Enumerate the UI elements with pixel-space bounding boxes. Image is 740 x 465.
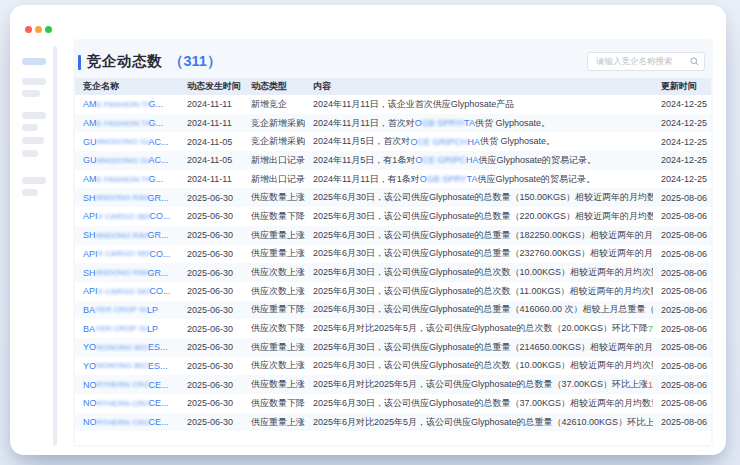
event-time-cell: 2025-06-30 (179, 324, 243, 334)
update-time-cell: 2025-08-06 (653, 268, 711, 278)
sidebar-item-active[interactable] (22, 58, 46, 65)
update-time-cell: 2024-12-25 (653, 174, 711, 184)
event-type-cell: 供应数量上涨 (243, 378, 305, 391)
company-name-link[interactable]: SHANDONG RAINBOW GR... (75, 193, 179, 203)
table-row[interactable]: AME FASHION TRADING G...2024-11-11竞企新增采购… (75, 114, 711, 133)
company-name-link[interactable]: BAYER CROP SCIENCE LP (75, 324, 179, 334)
update-time-cell: 2024-12-25 (653, 99, 711, 109)
table-row[interactable]: SHANDONG RAINBOW GR...2025-06-30供应数量上涨20… (75, 188, 711, 207)
table-row[interactable]: YONGNONG BIOSCIENCE ES...2025-06-30供应次数上… (75, 357, 711, 376)
table-row[interactable]: BAYER CROP SCIENCE LP2025-06-30供应次数下降202… (75, 319, 711, 338)
company-name-link[interactable]: NORTHERN CROPSCIENCE CE... (75, 417, 179, 427)
update-time-cell: 2024-12-25 (653, 155, 711, 165)
update-time-cell: 2025-08-06 (653, 398, 711, 408)
table-row[interactable]: APIX CARGO SERVICE CO...2025-06-30供应数量下降… (75, 207, 711, 226)
table-row[interactable]: BAYER CROP SCIENCE LP2025-06-30供应重量下降202… (75, 301, 711, 320)
company-name-link[interactable]: BAYER CROP SCIENCE LP (75, 305, 179, 315)
column-header: 更新时间 (653, 80, 711, 93)
table-row[interactable]: GUANGDONG GALANT AC...2024-11-05竞企新增采购商2… (75, 132, 711, 151)
company-name-link[interactable]: AME FASHION TRADING G... (75, 99, 179, 109)
search-icon[interactable] (690, 57, 699, 66)
company-name-link[interactable]: GUANGDONG GALANT AC... (75, 155, 179, 165)
column-header: 内容 (305, 80, 653, 93)
event-time-cell: 2025-06-30 (179, 193, 243, 203)
sidebar-item[interactable] (22, 137, 44, 144)
event-type-cell: 供应次数下降 (243, 322, 305, 335)
event-type-cell: 供应重量上涨 (243, 247, 305, 260)
event-time-cell: 2025-06-30 (179, 342, 243, 352)
company-name-link[interactable]: AME FASHION TRADING G... (75, 118, 179, 128)
column-header: 动态发生时间 (179, 80, 243, 93)
sidebar-item[interactable] (22, 78, 46, 85)
table-row[interactable]: YONGNONG BIOSCIENCE ES...2025-06-30供应重量上… (75, 338, 711, 357)
company-name-link[interactable]: APIX CARGO SERVICE CO... (75, 211, 179, 221)
update-time-cell: 2025-08-06 (653, 361, 711, 371)
table-row[interactable]: APIX CARGO SERVICE CO...2025-06-30供应重量上涨… (75, 245, 711, 264)
company-name-link[interactable]: SHANDONG RAINBOW GR... (75, 268, 179, 278)
content-cell: 2024年11月5日，有1条对OCE GRIPCHA供应Glyphosate的贸… (305, 154, 653, 167)
search-input[interactable]: 请输入竞企名称搜索 (587, 52, 705, 71)
close-window-icon[interactable] (25, 26, 32, 33)
table-body: AME FASHION TRADING G...2024-11-11新增竞企20… (75, 95, 711, 445)
column-header: 动态类型 (243, 80, 305, 93)
table-row[interactable]: NORTHERN CROPSCIENCE CE...2025-06-30供应数量… (75, 375, 711, 394)
page-title-count: （311） (169, 52, 221, 71)
content-cell: 2025年6月30日，该公司供应Glyphosate的总重量（416060.00… (305, 303, 653, 316)
event-time-cell: 2025-06-30 (179, 230, 243, 240)
sidebar-item[interactable] (22, 112, 46, 119)
event-type-cell: 新增竞企 (243, 98, 305, 111)
content-cell: 2025年6月30日，该公司供应Glyphosate的总重量（214650.00… (305, 341, 653, 354)
table-row[interactable]: AME FASHION TRADING G...2024-11-11新增出口记录… (75, 170, 711, 189)
event-type-cell: 供应次数上涨 (243, 359, 305, 372)
event-time-cell: 2025-06-30 (179, 268, 243, 278)
update-time-cell: 2025-08-06 (653, 305, 711, 315)
content-panel: 竞企动态数 （311） 请输入竞企名称搜索 竞企名称动态发生时间动态类型内容更新… (73, 39, 713, 447)
content-cell: 2024年11月5日，首次对 OCE GRIPCHHA 供货 Glyphosat… (305, 135, 653, 148)
minimize-window-icon[interactable] (35, 26, 42, 33)
table-row[interactable]: SHANDONG RAINBOW GR...2025-06-30供应次数上涨20… (75, 263, 711, 282)
company-name-link[interactable]: APIX CARGO SERVICE CO... (75, 249, 179, 259)
content-cell: 2025年6月30日，该公司供应Glyphosate的总数量（220.00KGS… (305, 210, 653, 223)
table-row[interactable]: APIX CARGO SERVICE CO...2025-06-30供应次数上涨… (75, 282, 711, 301)
content-cell: 2024年11月11日，该企业首次供应Glyphosate产品 (305, 98, 653, 111)
zoom-window-icon[interactable] (45, 26, 52, 33)
company-name-link[interactable]: NORTHERN CROPSCIENCE CE... (75, 398, 179, 408)
company-name-link[interactable]: SHANDONG RAINBOW GR... (75, 230, 179, 240)
company-name-link[interactable]: YONGNONG BIOSCIENCE ES... (75, 342, 179, 352)
company-name-link[interactable]: GUANGDONG GALANT AC... (75, 137, 179, 147)
event-time-cell: 2025-06-30 (179, 398, 243, 408)
update-time-cell: 2025-08-06 (653, 193, 711, 203)
sidebar-item[interactable] (22, 124, 38, 131)
content-cell: 2024年11月11日，首次对 OGB SPRYITA 供货 Glyphosat… (305, 117, 653, 130)
table-row[interactable]: NORTHERN CROPSCIENCE CE...2025-06-30供应数量… (75, 394, 711, 413)
company-name-link[interactable]: AME FASHION TRADING G... (75, 174, 179, 184)
update-time-cell: 2024-12-25 (653, 137, 711, 147)
content-cell: 2025年6月30日，该公司供应Glyphosate的总次数（10.00KGS）… (305, 266, 653, 279)
table-row[interactable]: AME FASHION TRADING G...2024-11-11新增竞企20… (75, 95, 711, 114)
update-time-cell: 2025-08-06 (653, 286, 711, 296)
company-name-link[interactable]: APIX CARGO SERVICE CO... (75, 286, 179, 296)
column-header: 竞企名称 (75, 80, 179, 93)
table-row[interactable]: GUANGDONG GALANT AC...2024-11-05新增出口记录20… (75, 151, 711, 170)
sidebar-item[interactable] (22, 189, 38, 196)
event-time-cell: 2025-06-30 (179, 305, 243, 315)
event-time-cell: 2025-06-30 (179, 380, 243, 390)
sidebar-item[interactable] (22, 177, 46, 184)
table-row[interactable]: SHANDONG RAINBOW GR...2025-06-30供应重量上涨20… (75, 226, 711, 245)
sidebar (22, 58, 52, 196)
table-header-row: 竞企名称动态发生时间动态类型内容更新时间 (75, 78, 711, 95)
sidebar-item[interactable] (22, 150, 38, 157)
page-title: 竞企动态数 (87, 52, 162, 71)
event-time-cell: 2024-11-11 (179, 174, 243, 184)
content-cell: 2025年6月对比2025年5月，该公司供应Glyphosate的总重量（426… (305, 416, 653, 429)
company-name-link[interactable]: NORTHERN CROPSCIENCE CE... (75, 380, 179, 390)
search-placeholder: 请输入竞企名称搜索 (596, 56, 690, 68)
update-time-cell: 2025-08-06 (653, 380, 711, 390)
sidebar-item[interactable] (22, 90, 40, 97)
table-row[interactable]: NORTHERN CROPSCIENCE CE...2025-06-30供应重量… (75, 413, 711, 432)
event-time-cell: 2025-06-30 (179, 417, 243, 427)
event-type-cell: 供应次数上涨 (243, 285, 305, 298)
event-time-cell: 2025-06-30 (179, 286, 243, 296)
company-name-link[interactable]: YONGNONG BIOSCIENCE ES... (75, 361, 179, 371)
event-time-cell: 2024-11-11 (179, 99, 243, 109)
